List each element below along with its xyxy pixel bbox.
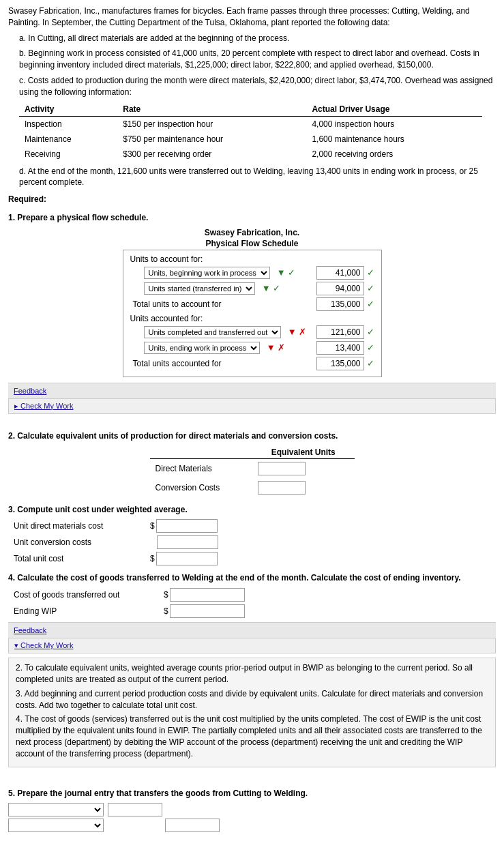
- goods-dollar: $: [164, 590, 168, 600]
- activity-cell: 2,000 receiving orders: [306, 147, 482, 162]
- feedback-link-q1[interactable]: Feedback: [14, 387, 46, 395]
- activity-cell: $150 per inspection hour: [117, 116, 306, 132]
- activity-cell: $300 per receiving order: [117, 147, 306, 162]
- intro-para1: Swasey Fabrication, Inc., manufactures f…: [8, 5, 496, 29]
- started-row: Units started (transferred in) ▼ ✓ 94,00…: [130, 282, 374, 295]
- activity-cell: 1,600 maintenance hours: [306, 132, 482, 147]
- activity-cell: Inspection: [19, 116, 117, 132]
- hint4: 4. The cost of goods (services) transfer…: [16, 713, 488, 759]
- cc-row: Conversion Costs: [150, 478, 355, 497]
- q4-label: 4. Calculate the cost of goods transferr…: [8, 572, 496, 584]
- dm-dollar-sign: $: [150, 521, 155, 531]
- flow-schedule-container: Swasey Fabrication, Inc. Physical Flow S…: [8, 228, 496, 377]
- feedback-bar-q1: Feedback: [8, 383, 496, 398]
- ewip-dollar: $: [164, 606, 168, 616]
- total-to-row: Total units to account for 135,000 ✓: [130, 297, 374, 311]
- journal-input-2[interactable]: [165, 819, 220, 832]
- journal-dropdown-1[interactable]: [8, 803, 104, 816]
- cc-cost-row: Unit conversion costs: [14, 535, 496, 549]
- rate-col-header: Rate: [117, 102, 306, 117]
- activity-cell: $750 per maintenance hour: [117, 132, 306, 147]
- check-my-work-q4: ▾ Check My Work: [8, 638, 496, 653]
- eq-table: Equivalent Units Direct Materials Conver…: [150, 446, 355, 497]
- dm-row: Direct Materials: [150, 458, 355, 478]
- journal-row-2: [8, 819, 496, 832]
- total-acc-input[interactable]: 135,000: [316, 357, 364, 370]
- eq-header-label: [150, 446, 252, 459]
- intro-item-c: c. Costs added to production during the …: [8, 75, 496, 98]
- bwip-input[interactable]: 41,000: [316, 266, 364, 280]
- intro-item-b: b. Beginning work in process consisted o…: [8, 48, 496, 71]
- ewip-dropdown[interactable]: Units, ending work in process: [144, 342, 260, 354]
- started-check: ▼ ✓: [262, 283, 280, 293]
- feedback-link-q4[interactable]: Feedback: [14, 626, 46, 634]
- check-my-work-link-q4[interactable]: ▾ Check My Work: [14, 641, 73, 649]
- total-acc-row: Total units accounted for 135,000 ✓: [130, 357, 374, 370]
- completed-row: Units completed and transferred out ▼ ✗ …: [130, 325, 374, 339]
- cc-input[interactable]: [258, 481, 306, 495]
- started-dropdown[interactable]: Units started (transferred in): [144, 282, 255, 295]
- journal-entries: [8, 803, 496, 832]
- check-my-work-link-q1[interactable]: ▸ Check My Work: [14, 402, 73, 410]
- activity-col-header: Activity: [19, 102, 117, 117]
- cc-label: Conversion Costs: [150, 478, 252, 497]
- activity-cell: Receiving: [19, 147, 117, 162]
- flow-schedule-box: Units to account for: Units, beginning w…: [123, 250, 382, 377]
- hint2: 2. To calculate equivalent units, weight…: [16, 662, 488, 686]
- activity-cell: Maintenance: [19, 132, 117, 147]
- bwip-check: ▼ ✓: [277, 267, 295, 278]
- ending-wip-label: Ending WIP: [14, 606, 164, 616]
- total-to-label: Total units to account for: [130, 299, 316, 309]
- intro-item-a: a. In Cutting, all direct materials are …: [8, 33, 496, 44]
- check-my-work-q1: ▸ Check My Work: [8, 398, 496, 414]
- ending-wip-row: Ending WIP $: [14, 604, 496, 618]
- started-input-check: ✓: [367, 283, 374, 293]
- journal-row-1: [8, 803, 496, 816]
- goods-input[interactable]: [170, 588, 245, 602]
- cc-cost-label: Unit conversion costs: [14, 538, 150, 547]
- ewip-input-check: ✓: [367, 342, 374, 353]
- bwip-row: Units, beginning work in process ▼ ✓ 41,…: [130, 266, 374, 280]
- ending-wip-input[interactable]: [170, 604, 245, 618]
- journal-dropdown-2[interactable]: [8, 819, 104, 832]
- total-to-input[interactable]: 135,000: [316, 297, 364, 311]
- q4-inputs: Cost of goods transferred out $ Ending W…: [14, 588, 496, 618]
- cc-cost-input[interactable]: [157, 535, 218, 549]
- started-input[interactable]: 94,000: [316, 282, 364, 295]
- flow-title2: Physical Flow Schedule: [8, 239, 496, 248]
- total-unit-cost-input[interactable]: [156, 552, 218, 565]
- bwip-dropdown[interactable]: Units, beginning work in process: [144, 267, 270, 279]
- feedback-bar-q4: Feedback: [8, 622, 496, 638]
- required-label: Required:: [8, 194, 496, 205]
- bwip-input-check: ✓: [367, 267, 374, 278]
- total-acc-label: Total units accounted for: [130, 359, 316, 368]
- dm-input[interactable]: [258, 462, 306, 475]
- q3-label: 3. Compute unit cost under weighted aver…: [8, 504, 496, 516]
- q2-label: 2. Calculate equivalent units of product…: [8, 430, 496, 442]
- hint-box-q4: 2. To calculate equivalent units, weight…: [8, 658, 496, 767]
- flow-title1: Swasey Fabrication, Inc.: [8, 228, 496, 237]
- ewip-x: ▼ ✗: [267, 342, 285, 353]
- ewip-row: Units, ending work in process ▼ ✗ 13,400…: [130, 341, 374, 355]
- dm-cost-input[interactable]: [156, 519, 218, 533]
- total-dollar-sign: $: [150, 554, 155, 563]
- total-unit-cost-row: Total unit cost $: [14, 552, 496, 565]
- completed-input[interactable]: 121,600: [316, 325, 364, 339]
- driver-col-header: Actual Driver Usage: [306, 102, 482, 117]
- goods-row: Cost of goods transferred out $: [14, 588, 496, 602]
- q3-inputs: Unit direct materials cost $ Unit conver…: [14, 519, 496, 565]
- ewip-input[interactable]: 13,400: [316, 341, 364, 355]
- journal-input-1[interactable]: [108, 803, 162, 816]
- completed-dropdown[interactable]: Units completed and transferred out: [144, 326, 281, 338]
- total-acc-check: ✓: [367, 358, 374, 368]
- dm-cost-label: Unit direct materials cost: [14, 521, 150, 531]
- total-unit-cost-label: Total unit cost: [14, 554, 150, 563]
- total-to-check: ✓: [367, 299, 374, 309]
- units-accounted-label: Units accounted for:: [130, 314, 374, 323]
- units-to-account-label: Units to account for:: [130, 254, 374, 264]
- activity-table: Activity Rate Actual Driver Usage Inspec…: [19, 102, 482, 162]
- completed-input-check: ✓: [367, 327, 374, 337]
- dm-label: Direct Materials: [150, 458, 252, 478]
- intro-item-d: d. At the end of the month, 121,600 unit…: [8, 166, 496, 189]
- completed-x: ▼ ✗: [288, 327, 306, 337]
